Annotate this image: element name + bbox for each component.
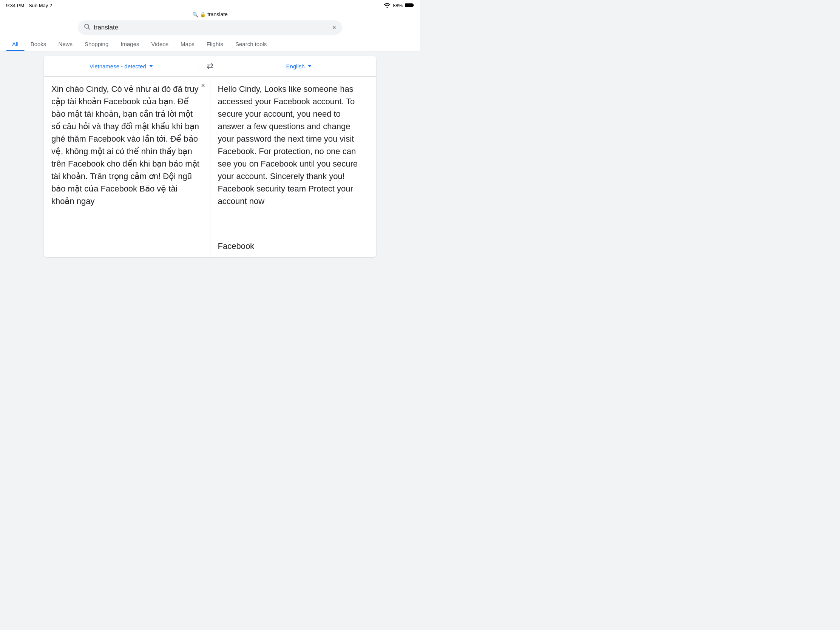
url-bar: 🔍 🔒 translate [0,11,420,18]
status-bar: 9:34 PM Sun May 2 88% [0,0,420,11]
wifi-icon [384,3,390,8]
svg-line-3 [88,28,90,30]
search-bar: × [78,21,342,35]
tab-images[interactable]: Images [114,37,145,51]
swap-icon: ⇄ [207,61,213,71]
source-text[interactable]: Xin chào Cindy, Có vẻ như ai đó đã truy … [51,83,202,234]
swap-languages-button[interactable]: ⇄ [199,56,221,76]
tab-maps[interactable]: Maps [175,37,201,51]
main-content: Vietnamese - detected ⇄ English × Xin ch… [0,51,420,262]
nav-tabs: All Books News Shopping Images Videos Ma… [0,37,420,51]
source-language-chevron-icon [149,65,153,67]
source-language-button[interactable]: Vietnamese - detected [44,58,199,75]
tab-videos[interactable]: Videos [145,37,175,51]
status-date: Sun May 2 [29,3,52,8]
clear-source-button[interactable]: × [201,81,205,90]
status-right-icons: 88% [384,3,414,8]
svg-rect-0 [405,3,413,7]
battery-percent: 88% [393,3,403,8]
url-lock-icon: 🔒 [200,12,206,17]
search-input[interactable] [94,24,329,32]
language-selector-bar: Vietnamese - detected ⇄ English [44,56,376,77]
target-language-button[interactable]: English [221,58,376,75]
status-time: 9:34 PM [6,3,24,8]
source-language-label: Vietnamese - detected [90,63,146,69]
target-language-label: English [286,63,305,69]
url-query: translate [207,11,228,17]
tab-search-tools[interactable]: Search tools [229,37,273,51]
target-language-chevron-icon [308,65,312,67]
tab-news[interactable]: News [52,37,79,51]
translation-panels: × Xin chào Cindy, Có vẻ như ai đó đã tru… [44,77,376,257]
svg-rect-1 [413,5,414,6]
tab-books[interactable]: Books [25,37,52,51]
source-panel: × Xin chào Cindy, Có vẻ như ai đó đã tru… [44,77,210,257]
status-time-date: 9:34 PM Sun May 2 [6,3,52,8]
translate-widget: Vietnamese - detected ⇄ English × Xin ch… [44,56,376,257]
tab-all[interactable]: All [6,37,25,51]
search-bar-container: × [0,18,420,37]
battery-icon [405,3,414,8]
tab-flights[interactable]: Flights [201,37,229,51]
clear-search-icon[interactable]: × [332,24,336,32]
search-icon [84,24,91,32]
tab-shopping[interactable]: Shopping [79,37,114,51]
target-text: Hello Cindy, Looks like someone has acce… [218,83,369,234]
target-panel: Hello Cindy, Looks like someone has acce… [210,77,377,257]
source-attribution: Facebook [218,242,369,251]
url-search-icon: 🔍 [192,12,198,17]
